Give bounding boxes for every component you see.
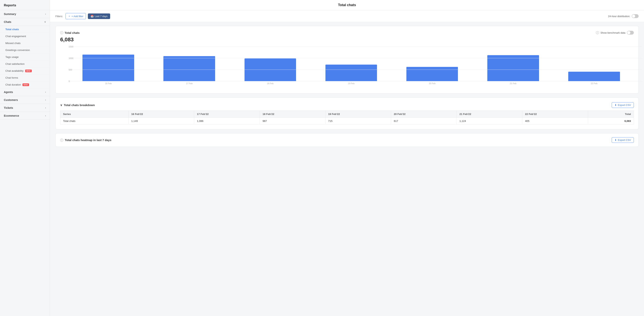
breakdown-table: Series16 Feb'2217 Feb'2218 Feb'2219 Feb'…	[60, 110, 634, 124]
benchmark-toggle-area: i Show benchmark data	[596, 31, 634, 34]
chevron-right-icon: ›	[45, 13, 46, 16]
table-cell-series: Total chats	[60, 118, 128, 124]
sidebar-item-chat-satisfaction[interactable]: Chat satisfaction	[0, 60, 50, 68]
x-label-4: 20 Feb	[392, 82, 472, 84]
table-header-series: Series	[60, 111, 128, 118]
card-title-text: Total chats	[64, 31, 80, 34]
sidebar-item-chat-forms[interactable]: Chat forms	[0, 74, 50, 81]
card-header: i Total chats i Show benchmark data	[60, 31, 634, 34]
chart-bar-4	[406, 67, 458, 81]
sidebar-item-chat-availability[interactable]: Chat availabilityNEW!	[0, 68, 50, 74]
total-count: 6,083	[60, 36, 634, 43]
x-label-3: 19 Feb	[312, 82, 391, 84]
sidebar-tickets-label: Tickets	[4, 106, 13, 109]
main-content: i Total chats i Show benchmark data 6,08…	[50, 22, 644, 151]
chevron-down-icon: ∨	[44, 20, 46, 23]
table-header-17feb'22: 17 Feb'22	[194, 111, 260, 118]
benchmark-label: Show benchmark data	[600, 31, 625, 34]
heatmap-export-button[interactable]: ⬇ Export CSV	[612, 137, 634, 143]
page-title: Total chats	[250, 3, 444, 7]
sidebar-item-chats[interactable]: Chats ∨	[0, 18, 50, 26]
table-cell-value-4: 617	[391, 118, 456, 124]
chart-bar-1	[164, 56, 215, 81]
sidebar: Reports Summary › Chats ∨ Total chatsCha…	[0, 0, 50, 316]
table-header-20feb'22: 20 Feb'22	[391, 111, 456, 118]
grid-label-0: 0	[69, 80, 70, 82]
table-cell-value-1: 1,086	[194, 118, 260, 124]
sidebar-item-ecommerce[interactable]: Ecommerce›	[0, 112, 50, 120]
info-icon: i	[60, 31, 63, 34]
grid-line-0: 0	[69, 81, 642, 81]
bar-group-0	[69, 46, 148, 81]
sidebar-customers-label: Customers	[4, 98, 18, 102]
sidebar-item-chat-duration[interactable]: Chat durationNEW!	[0, 81, 50, 88]
date-filter-button[interactable]: 📅 Last 7 days	[88, 14, 110, 19]
chevron-down-breakdown-icon: ∨	[60, 104, 62, 107]
table-header-19feb'22: 19 Feb'22	[326, 111, 391, 118]
benchmark-toggle-switch[interactable]	[627, 31, 634, 34]
grid-label-500: 500	[69, 68, 72, 71]
add-filter-label: + Add filter	[72, 15, 84, 18]
add-filter-button[interactable]: ＋ + Add filter	[66, 13, 86, 19]
sidebar-item-chat-engagement[interactable]: Chat engagement	[0, 33, 50, 40]
table-header-18feb'22: 18 Feb'22	[260, 111, 325, 118]
heatmap-title-text: Total chats heatmap in last 7 days	[65, 138, 111, 142]
export-label: Export CSV	[618, 104, 631, 106]
x-label-5: 21 Feb	[474, 82, 553, 84]
sidebar-item-total-chats[interactable]: Total chats	[0, 26, 50, 33]
sidebar-chats-label: Chats	[4, 20, 11, 24]
bar-group-4	[392, 46, 472, 81]
sidebar-ecommerce-label: Ecommerce	[4, 114, 19, 117]
main-content-area: Total chats Filters: ＋ + Add filter 📅 La…	[50, 0, 644, 316]
chart-bar-6	[568, 72, 620, 81]
chart-bar-3	[326, 64, 377, 81]
grid-line-500: 500	[69, 70, 642, 70]
sidebar-summary-label: Summary	[4, 12, 16, 16]
table-cell-value-5: 1,124	[456, 118, 522, 124]
table-header-16feb'22: 16 Feb'22	[128, 111, 194, 118]
table-cell-value-7: 6,083	[588, 118, 634, 124]
export-csv-button[interactable]: ⬇ Export CSV	[612, 102, 634, 108]
heatmap-card: i Total chats heatmap in last 7 days ⬇ E…	[55, 133, 638, 147]
badge-new: NEW!	[22, 84, 29, 86]
sidebar-item-customers[interactable]: Customers›	[0, 96, 50, 104]
sidebar-agents-label: Agents	[4, 90, 13, 94]
sidebar-item-missed-chats[interactable]: Missed chats	[0, 40, 50, 47]
table-row: Total chats1,1491,0869877156171,1244056,…	[60, 118, 634, 124]
table-header-21feb'22: 21 Feb'22	[456, 111, 522, 118]
sidebar-item-tickets[interactable]: Tickets›	[0, 104, 50, 112]
sidebar-item-tags-usage[interactable]: Tags usage	[0, 54, 50, 60]
breakdown-title[interactable]: ∨ Total chats breakdown	[60, 104, 95, 107]
grid-line-1500: 1500	[69, 46, 642, 47]
bar-group-3	[312, 46, 391, 81]
chevron-right-icon: ›	[45, 98, 46, 101]
heatmap-download-icon: ⬇	[614, 138, 617, 142]
main-header: Total chats	[50, 0, 644, 10]
filter-bar: Filters: ＋ + Add filter 📅 Last 7 days 24…	[50, 10, 644, 22]
sidebar-item-greetings-conversion[interactable]: Greetings conversion	[0, 47, 50, 54]
bars-container	[69, 46, 634, 81]
distribution-toggle-area: 24-hour distribution:	[608, 14, 638, 18]
grid-label-1000: 1000	[69, 57, 73, 60]
chart-bar-5	[487, 55, 539, 81]
heatmap-info-icon: i	[60, 138, 63, 142]
download-icon: ⬇	[614, 104, 617, 106]
calendar-icon: 📅	[90, 15, 94, 18]
heatmap-title: i Total chats heatmap in last 7 days	[60, 138, 111, 142]
table-cell-value-2: 987	[260, 118, 325, 124]
date-filter-label: Last 7 days	[95, 15, 108, 18]
plus-icon: ＋	[68, 14, 70, 18]
badge-new: NEW!	[25, 70, 32, 72]
sidebar-item-summary[interactable]: Summary ›	[0, 10, 50, 18]
bar-group-5	[474, 46, 553, 81]
bar-group-6	[554, 46, 634, 81]
filters-label: Filters:	[55, 15, 63, 18]
distribution-toggle-switch[interactable]	[632, 14, 638, 18]
x-axis-labels: 16 Feb17 Feb18 Feb19 Feb20 Feb21 Feb22 F…	[60, 82, 634, 84]
sidebar-item-agents[interactable]: Agents›	[0, 88, 50, 96]
heatmap-export-label: Export CSV	[618, 138, 631, 142]
bar-group-1	[150, 46, 229, 81]
other-sections: Agents›Customers›Tickets›Ecommerce›	[0, 88, 50, 120]
table-header-total: Total	[588, 111, 634, 118]
table-cell-value-6: 405	[522, 118, 588, 124]
